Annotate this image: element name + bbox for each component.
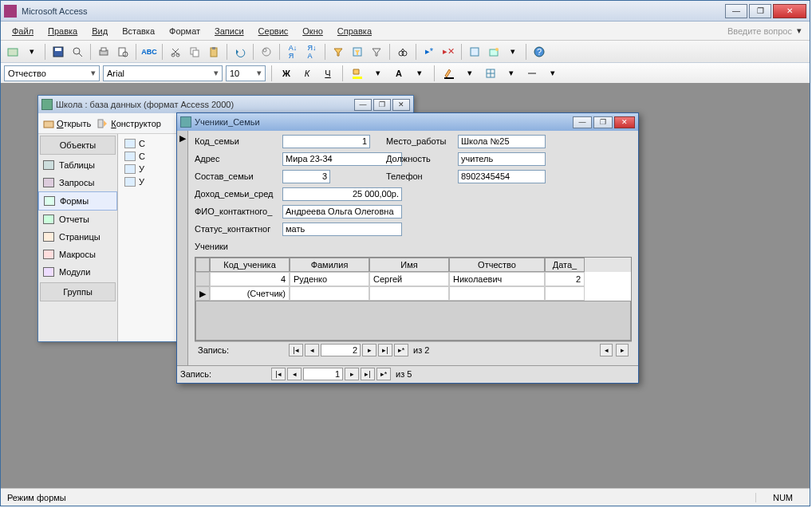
menu-insert[interactable]: Вставка	[116, 24, 161, 38]
cell[interactable]: 4	[210, 272, 290, 286]
nav-next-button[interactable]: ▸	[362, 344, 376, 356]
col-fam[interactable]: Фамилия	[290, 258, 369, 272]
dropdown-icon[interactable]: ▾	[23, 43, 41, 61]
menu-records[interactable]: Записи	[208, 24, 250, 38]
cell[interactable]: (Счетчик)	[210, 286, 290, 301]
preview-button[interactable]	[114, 43, 132, 61]
field-combo[interactable]: Отчество▾	[4, 65, 100, 81]
font-color-button[interactable]: A	[390, 65, 408, 82]
row-selector[interactable]	[195, 272, 210, 286]
gridlines-button[interactable]	[482, 65, 499, 82]
nav-current[interactable]: 2	[321, 344, 361, 356]
new-object-button[interactable]	[485, 43, 503, 61]
cell[interactable]	[449, 286, 545, 301]
view-button[interactable]	[4, 43, 22, 61]
scroll-left-button[interactable]: ◂	[600, 344, 613, 356]
nav-macros[interactable]: Макросы	[38, 246, 117, 263]
cell[interactable]	[369, 286, 449, 301]
find-button[interactable]	[394, 43, 412, 61]
db-minimize-button[interactable]: —	[354, 99, 372, 111]
sort-desc-button[interactable]: Я↓А	[303, 43, 321, 61]
form-close-button[interactable]: ✕	[614, 116, 635, 128]
help-button[interactable]: ?	[530, 43, 548, 61]
menu-format[interactable]: Формат	[163, 24, 207, 38]
nav-last-button[interactable]: ▸|	[361, 368, 375, 380]
dropdown-icon[interactable]: ▾	[411, 65, 428, 82]
nav-objects[interactable]: Объекты	[40, 136, 116, 155]
font-combo[interactable]: Arial▾	[103, 65, 223, 81]
input-work[interactable]: Школа №25	[458, 135, 546, 148]
col-name[interactable]: Имя	[369, 258, 449, 272]
nav-groups[interactable]: Группы	[40, 282, 116, 301]
undo-button[interactable]	[231, 43, 249, 61]
input-status[interactable]: мать	[282, 222, 402, 236]
italic-button[interactable]: К	[298, 65, 316, 82]
cell[interactable]: 2	[545, 272, 585, 286]
nav-prev-button[interactable]: ◂	[287, 368, 302, 380]
menu-file[interactable]: Файл	[6, 24, 40, 38]
menu-tools[interactable]: Сервис	[252, 24, 295, 38]
dropdown-icon[interactable]: ▾	[369, 65, 387, 82]
col-otch[interactable]: Отчество	[449, 258, 545, 272]
filter-form-button[interactable]	[349, 43, 366, 61]
new-record-button[interactable]: ▸*	[420, 43, 438, 61]
menu-help[interactable]: Справка	[331, 24, 378, 38]
form-maximize-button[interactable]: ❐	[593, 116, 613, 128]
line-color-button[interactable]	[440, 65, 458, 82]
scroll-right-button[interactable]: ▸	[616, 344, 629, 356]
nav-reports[interactable]: Отчеты	[38, 211, 117, 228]
nav-queries[interactable]: Запросы	[38, 174, 117, 191]
input-sostav[interactable]: 3	[282, 170, 330, 183]
filter-toggle-button[interactable]	[368, 43, 385, 61]
nav-prev-button[interactable]: ◂	[305, 344, 319, 356]
form-minimize-button[interactable]: —	[573, 116, 592, 128]
nav-first-button[interactable]: |◂	[271, 368, 286, 380]
dropdown-icon[interactable]: ▾	[503, 65, 520, 82]
copy-button[interactable]	[186, 43, 203, 61]
menu-view[interactable]: Вид	[85, 24, 114, 38]
nav-last-button[interactable]: ▸|	[378, 344, 392, 356]
db-maximize-button[interactable]: ❐	[373, 99, 391, 111]
size-combo[interactable]: 10▾	[226, 65, 266, 81]
ask-question-box[interactable]: Введите вопрос▾	[727, 26, 805, 36]
input-fio[interactable]: Андреева Ольга Олеговна	[282, 205, 402, 219]
nav-forms[interactable]: Формы	[38, 191, 117, 211]
nav-new-button[interactable]: ▸*	[376, 368, 391, 380]
input-dohod[interactable]: 25 000,00р.	[282, 187, 402, 201]
fill-color-button[interactable]	[349, 65, 366, 82]
underline-button[interactable]: Ч	[319, 65, 337, 82]
menu-window[interactable]: Окно	[296, 24, 329, 38]
nav-modules[interactable]: Модули	[38, 263, 117, 281]
save-button[interactable]	[49, 43, 67, 61]
search-button[interactable]	[69, 43, 86, 61]
input-dolj[interactable]: учитель	[458, 152, 546, 166]
maximize-button[interactable]: ❐	[749, 4, 771, 18]
col-kod[interactable]: Код_ученика	[210, 258, 290, 272]
minimize-button[interactable]: —	[725, 4, 747, 18]
close-button[interactable]: ✕	[773, 4, 806, 18]
dropdown-icon[interactable]: ▾	[504, 43, 522, 61]
dropdown-icon[interactable]: ▾	[544, 65, 562, 82]
input-kod[interactable]: 1	[282, 135, 370, 148]
cell[interactable]: Николаевич	[449, 272, 545, 286]
link-button[interactable]	[258, 43, 275, 61]
table-row[interactable]: 4 Руденко Сергей Николаевич 2	[195, 272, 631, 286]
nav-pages[interactable]: Страницы	[38, 228, 117, 246]
filter-selection-button[interactable]	[329, 43, 347, 61]
dropdown-icon[interactable]: ▾	[461, 65, 479, 82]
database-window-button[interactable]	[466, 43, 483, 61]
spellcheck-button[interactable]: ABC	[140, 43, 158, 61]
db-design-button[interactable]: Конструктор	[97, 119, 161, 128]
col-date[interactable]: Дата_	[545, 258, 585, 272]
bold-button[interactable]: Ж	[278, 65, 295, 82]
sort-asc-button[interactable]: А↓Я	[284, 43, 302, 61]
cut-button[interactable]	[167, 43, 184, 61]
nav-next-button[interactable]: ▸	[345, 368, 359, 380]
input-tel[interactable]: 8902345454	[458, 170, 546, 183]
input-addr[interactable]: Мира 23-34	[282, 152, 402, 166]
delete-record-button[interactable]: ▸✕	[440, 43, 457, 61]
nav-first-button[interactable]: |◂	[289, 344, 303, 356]
record-selector[interactable]: ▶	[177, 131, 188, 365]
db-close-button[interactable]: ✕	[392, 99, 410, 111]
db-open-button[interactable]: Открыть	[43, 119, 91, 128]
